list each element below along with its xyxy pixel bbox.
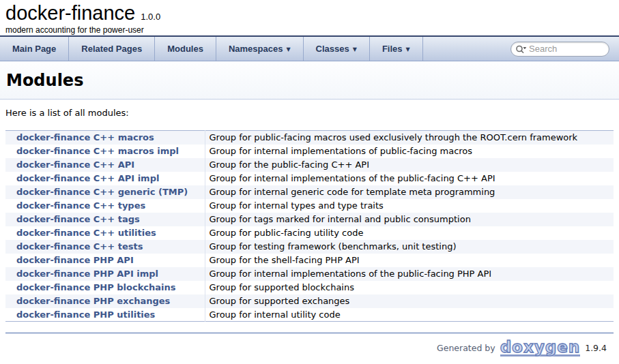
doxygen-logo[interactable]: doxygen [500, 339, 581, 357]
chevron-down-icon: ▼ [286, 46, 290, 52]
nav-tab[interactable]: Modules [155, 37, 216, 61]
nav-tab-label: Main Page [12, 44, 56, 54]
module-description: Group for public-facing macros used excl… [205, 131, 614, 145]
table-row: docker-finance PHP exchanges Group for s… [5, 294, 614, 308]
module-description: Group for the shell-facing PHP API [205, 254, 614, 267]
nav-tab[interactable]: Files ▼ [370, 37, 423, 61]
table-row: docker-finance C++ tags Group for tags m… [5, 213, 614, 226]
module-description: Group for public-facing utility code [205, 226, 614, 240]
intro-text: Here is a list of all modules: [5, 108, 614, 118]
page-header: Modules [0, 61, 619, 100]
nav-tab-label: Files [382, 44, 403, 54]
module-description: Group for internal utility code [205, 308, 614, 322]
module-description: Group for internal types and type traits [205, 199, 614, 213]
modules-table: docker-finance C++ macros Group for publ… [5, 130, 614, 322]
module-link[interactable]: docker-finance C++ API impl [16, 173, 159, 183]
title-area: docker-finance 1.0.0 modern accounting f… [0, 0, 619, 35]
table-row: docker-finance C++ utilities Group for p… [5, 226, 614, 240]
module-link[interactable]: docker-finance C++ tags [16, 214, 140, 224]
module-link[interactable]: docker-finance C++ utilities [16, 228, 156, 238]
nav-tab[interactable]: Related Pages [69, 37, 155, 61]
module-description: Group for internal generic code for temp… [205, 185, 614, 199]
module-link[interactable]: docker-finance C++ generic (TMP) [16, 187, 188, 197]
doxygen-version: 1.9.4 [585, 343, 607, 353]
main-nav: Main Page Related Pages Modules Namespac… [0, 35, 619, 61]
nav-tab[interactable]: Main Page [0, 37, 69, 61]
nav-tab-list: Main Page Related Pages Modules Namespac… [0, 37, 423, 61]
table-row: docker-finance C++ generic (TMP) Group f… [5, 185, 614, 199]
nav-tab[interactable]: Namespaces ▼ [216, 37, 304, 61]
chevron-down-icon: ▼ [353, 46, 357, 52]
table-row: docker-finance C++ tests Group for testi… [5, 240, 614, 254]
search-box[interactable] [510, 42, 609, 57]
module-link[interactable]: docker-finance PHP exchanges [16, 296, 170, 306]
table-row: docker-finance C++ types Group for inter… [5, 199, 614, 213]
table-row: docker-finance C++ macros Group for publ… [5, 131, 614, 145]
contents: Here is a list of all modules: docker-fi… [0, 108, 619, 357]
module-link[interactable]: docker-finance PHP blockchains [16, 282, 176, 292]
nav-tab[interactable]: Classes ▼ [304, 37, 370, 61]
table-row: docker-finance PHP blockchains Group for… [5, 281, 614, 294]
table-row: docker-finance PHP API Group for the she… [5, 254, 614, 267]
page-title: Modules [6, 71, 83, 90]
project-name: docker-finance [5, 2, 135, 25]
module-description: Group for testing framework (benchmarks,… [205, 240, 614, 254]
module-link[interactable]: docker-finance C++ tests [16, 241, 143, 252]
nav-tab-label: Namespaces [229, 44, 283, 54]
module-description: Group for supported exchanges [205, 294, 614, 308]
nav-tab-label: Classes [316, 44, 349, 54]
nav-tab-label: Modules [167, 44, 203, 54]
module-description: Group for internal implementations of th… [205, 172, 614, 185]
nav-tab-label: Related Pages [81, 44, 142, 54]
project-version: 1.0.0 [141, 12, 160, 22]
module-description: Group for tags marked for internal and p… [205, 213, 614, 226]
module-description: Group for internal implementations of th… [205, 267, 614, 281]
module-link[interactable]: docker-finance C++ macros impl [16, 146, 179, 156]
table-row: docker-finance C++ API Group for the pub… [5, 158, 614, 172]
module-link[interactable]: docker-finance C++ macros [16, 132, 154, 142]
table-row: docker-finance C++ macros impl Group for… [5, 145, 614, 158]
module-link[interactable]: docker-finance PHP API impl [16, 269, 158, 279]
table-row: docker-finance PHP utilities Group for i… [5, 308, 614, 322]
generated-by-label: Generated by [437, 343, 495, 353]
module-description: Group for supported blockchains [205, 281, 614, 294]
module-link[interactable]: docker-finance C++ types [16, 200, 145, 211]
search-input[interactable] [529, 44, 603, 54]
module-description: Group for the public-facing C++ API [205, 158, 614, 172]
footer: Generated by doxygen 1.9.4 [5, 333, 614, 357]
module-description: Group for internal implementations of pu… [205, 145, 614, 158]
chevron-down-icon: ▼ [406, 46, 410, 52]
module-link[interactable]: docker-finance PHP API [16, 255, 134, 265]
table-row: docker-finance C++ API impl Group for in… [5, 172, 614, 185]
table-row: docker-finance PHP API impl Group for in… [5, 267, 614, 281]
search-icon[interactable] [515, 44, 527, 54]
project-brief: modern accounting for the power-user [5, 25, 619, 35]
module-link[interactable]: docker-finance PHP utilities [16, 309, 155, 320]
module-link[interactable]: docker-finance C++ API [16, 160, 134, 170]
